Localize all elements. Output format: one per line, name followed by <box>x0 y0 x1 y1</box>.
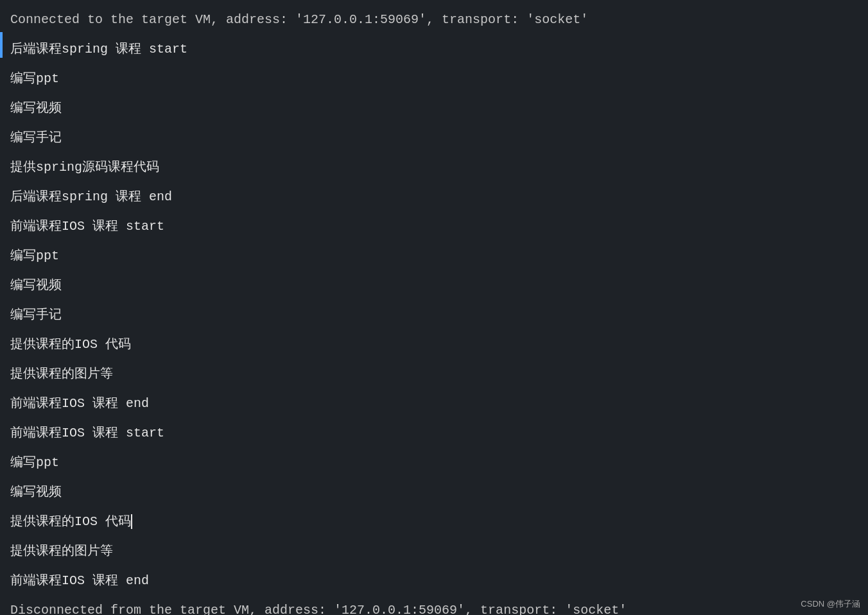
terminal-line: 前端课程IOS 课程 start <box>10 419 858 448</box>
terminal-line: 编写ppt <box>10 64 858 94</box>
terminal-line: 编写视频 <box>10 271 858 300</box>
terminal-line: 后端课程spring 课程 end <box>10 182 858 212</box>
terminal-line: 编写ppt <box>10 241 858 271</box>
terminal-line: 前端课程IOS 课程 start <box>10 212 858 241</box>
terminal-line: 前端课程IOS 课程 end <box>10 566 858 596</box>
terminal-container: Connected to the target VM, address: '12… <box>0 0 868 615</box>
terminal-line: 提供课程的图片等 <box>10 537 858 566</box>
terminal-line: 编写手记 <box>10 300 858 330</box>
left-bar <box>0 32 3 58</box>
terminal-line: 提供课程的图片等 <box>10 359 858 389</box>
terminal-line: 后端课程spring 课程 start <box>10 35 858 64</box>
terminal-line: 编写手记 <box>10 123 858 153</box>
terminal-line: 提供spring源码课程代码 <box>10 153 858 182</box>
terminal-line: 编写视频 <box>10 478 858 507</box>
terminal-line: 编写视频 <box>10 94 858 123</box>
terminal-line: Disconnected from the target VM, address… <box>10 596 858 615</box>
watermark: CSDN @伟子涵 <box>801 598 860 610</box>
terminal-line: 前端课程IOS 课程 end <box>10 389 858 419</box>
terminal-line: 提供课程的IOS 代码 <box>10 507 858 537</box>
terminal-line: 提供课程的IOS 代码 <box>10 330 858 359</box>
terminal-line: Connected to the target VM, address: '12… <box>10 5 858 35</box>
terminal-line: 编写ppt <box>10 448 858 478</box>
lines-container: Connected to the target VM, address: '12… <box>10 5 858 615</box>
